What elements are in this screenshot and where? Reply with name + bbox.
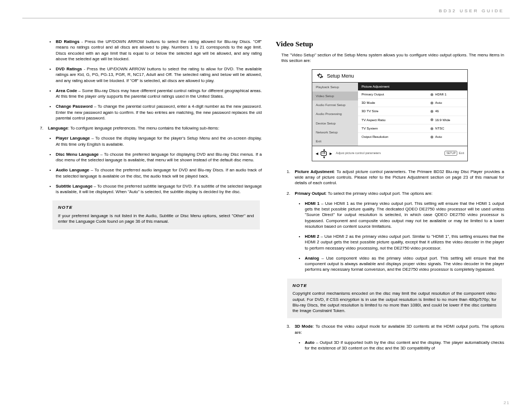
setup-menu-title-row: Setup Menu bbox=[312, 70, 467, 82]
list-item: Audio Language – To choose the preferred… bbox=[56, 167, 262, 179]
setup-pill: SETUP bbox=[444, 151, 457, 156]
page-header: BD32 USER GUIDE bbox=[439, 8, 504, 13]
section-intro: The "Video Setup" section of the Setup M… bbox=[276, 52, 505, 64]
setup-menu-header-row: Picture Adjustment bbox=[358, 83, 467, 90]
footer-hint: Adjust picture control parameters bbox=[336, 151, 381, 155]
list-item: Area Code – Some Blu-ray Discs may have … bbox=[56, 88, 262, 100]
nav-item-active: Video Setup bbox=[312, 92, 358, 100]
nav-item: Network Setup bbox=[312, 128, 358, 137]
note-text: If your preferred language is not listed… bbox=[58, 213, 254, 224]
list-item: Primary Output: To select the primary vi… bbox=[292, 191, 505, 273]
page-number: 21 bbox=[504, 400, 510, 405]
note-block: NOTE If your preferred language is not l… bbox=[52, 200, 260, 229]
note-label: NOTE bbox=[58, 205, 254, 211]
section-heading: Video Setup bbox=[276, 39, 505, 49]
top-rule bbox=[22, 18, 510, 18]
list-item: BD Ratings - Press the UP/DOWN ARROW but… bbox=[56, 39, 262, 62]
setup-menu-row: Primary OutputHDMI 1 bbox=[358, 90, 467, 99]
list-item: Subtitle Language – To choose the prefer… bbox=[56, 184, 262, 195]
setup-menu-title: Setup Menu bbox=[327, 73, 354, 79]
right-ordered-list: Picture Adjustment: To adjust picture co… bbox=[276, 169, 505, 273]
list-item: Player Language – To choose the display … bbox=[56, 136, 262, 147]
content-columns: BD Ratings - Press the UP/DOWN ARROW but… bbox=[33, 39, 504, 401]
list-item: Change Password – To change the parental… bbox=[56, 104, 262, 121]
setup-menu-row: TV SystemNTSC bbox=[358, 124, 467, 133]
numbered-list: Language: To configure language preferen… bbox=[33, 126, 262, 131]
nav-item: Audio Processing bbox=[312, 109, 358, 118]
setup-menu-row: 3D TV Size46 bbox=[358, 107, 467, 116]
list-item-language: Language: To configure language preferen… bbox=[45, 126, 262, 131]
setup-menu-footer: ▲▼◀▶ OK Adjust picture control parameter… bbox=[312, 146, 467, 161]
footer-exit: Exit bbox=[459, 151, 464, 155]
nav-item: Audio Format Setup bbox=[312, 100, 358, 109]
setup-menu-row: Output ResolutionAuto bbox=[358, 133, 467, 141]
setup-menu-row: TV Aspect Ratio16:9 Wide bbox=[358, 116, 467, 124]
note-text: Copyright control mechanisms encoded on … bbox=[293, 291, 497, 313]
list-item: HDMI 2 – Use HDMI 2 as the primary video… bbox=[305, 234, 505, 251]
setup-menu-figure: Setup Menu Playback Setup Video Setup Au… bbox=[312, 69, 468, 161]
gear-icon bbox=[317, 73, 323, 79]
list-item: Analog – Use component video as the prim… bbox=[305, 256, 505, 273]
nav-item: Playback Setup bbox=[312, 83, 358, 92]
language-sub-bullets: Player Language – To choose the display … bbox=[33, 136, 262, 195]
setup-menu-row: 3D ModeAuto bbox=[358, 99, 467, 107]
list-item: Disc Menu Language – To choose the prefe… bbox=[56, 152, 262, 164]
note-label: NOTE bbox=[293, 283, 497, 289]
nav-item: Device Setup bbox=[312, 119, 358, 128]
list-item: 3D Mode: To choose the video output mode… bbox=[292, 324, 505, 351]
nav-pad-icon: ▲▼◀▶ OK bbox=[316, 148, 332, 159]
list-item: HDMI 1 – Use HDMI 1 as the primary video… bbox=[305, 201, 505, 229]
right-ordered-list-cont: 3D Mode: To choose the video output mode… bbox=[276, 324, 505, 351]
right-column: Video Setup The "Video Setup" section of… bbox=[276, 39, 505, 401]
list-item: Auto – Output 3D if supported both by th… bbox=[305, 340, 505, 352]
note-block: NOTE Copyright control mechanisms encode… bbox=[287, 279, 502, 319]
top-bullet-list: BD Ratings - Press the UP/DOWN ARROW but… bbox=[33, 39, 262, 121]
list-item: DVD Ratings - Press the UP/DOWN ARROW bu… bbox=[56, 66, 262, 84]
setup-menu-left-nav: Playback Setup Video Setup Audio Format … bbox=[312, 83, 358, 146]
list-item: Picture Adjustment: To adjust picture co… bbox=[292, 169, 505, 186]
left-column: BD Ratings - Press the UP/DOWN ARROW but… bbox=[33, 39, 262, 401]
setup-menu-right-pane: Picture Adjustment Primary OutputHDMI 1 … bbox=[358, 83, 467, 146]
nav-item: Exit bbox=[312, 137, 358, 146]
